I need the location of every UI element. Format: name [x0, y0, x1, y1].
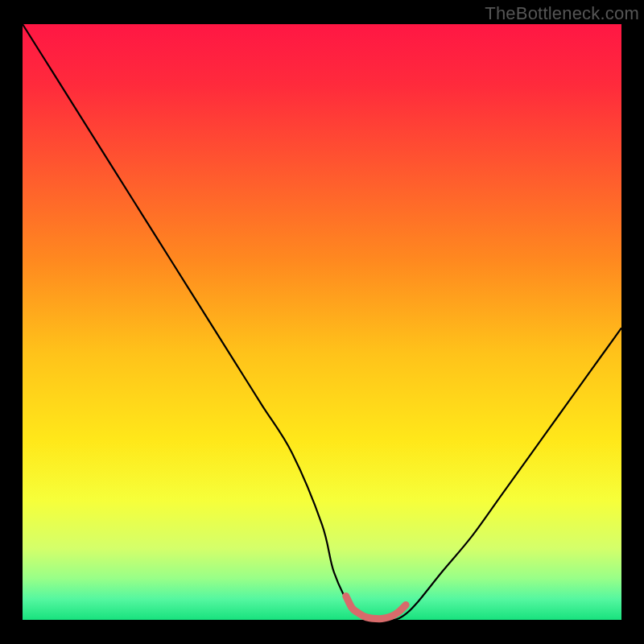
watermark-text: TheBottleneck.com — [485, 3, 639, 24]
bottleneck-chart — [0, 0, 644, 644]
chart-plot-area — [23, 24, 621, 620]
